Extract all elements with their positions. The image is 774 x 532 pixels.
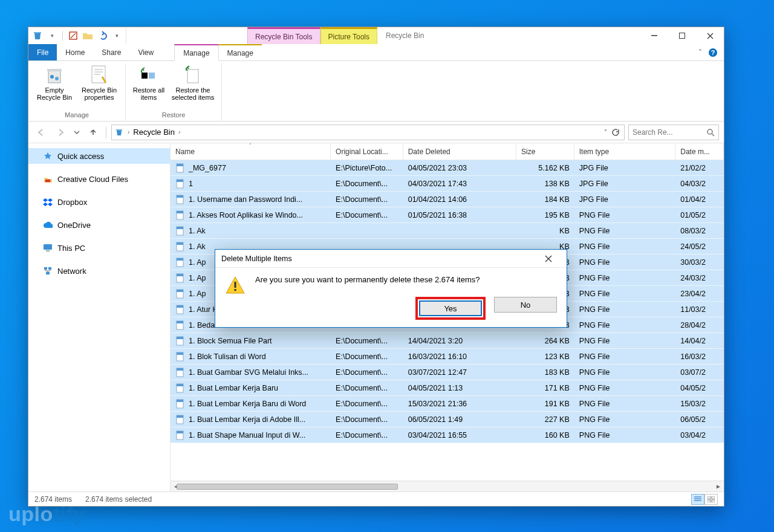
- image-file-icon: [175, 210, 185, 220]
- yes-button-highlight: Yes: [415, 297, 486, 320]
- dialog-title: Delete Multiple Items: [221, 255, 292, 263]
- creative-cloud-icon: [43, 174, 53, 184]
- tab-view[interactable]: View: [129, 44, 162, 60]
- header-date-modified[interactable]: Date m...: [675, 143, 724, 160]
- table-row[interactable]: 1. Akses Root Aplikasi ke Windo...E:\Doc…: [171, 207, 724, 223]
- table-row[interactable]: 1. Buat Lembar Kerja di Adobe Ill...E:\D…: [171, 412, 724, 427]
- nav-this-pc[interactable]: This PC: [28, 240, 170, 256]
- thumbnails-view-button[interactable]: [704, 494, 718, 505]
- tab-home[interactable]: Home: [57, 44, 93, 60]
- empty-recycle-bin-button[interactable]: Empty Recycle Bin: [33, 63, 76, 101]
- table-row[interactable]: 1. Buat Lembar Kerja Baru di WordE:\Docu…: [171, 396, 724, 412]
- undo-icon[interactable]: [97, 30, 108, 41]
- svg-rect-59: [707, 496, 711, 499]
- restore-selected-button[interactable]: Restore the selected items: [169, 63, 216, 101]
- tab-manage-picture[interactable]: Manage: [219, 44, 262, 60]
- properties-icon[interactable]: [68, 30, 79, 41]
- table-row[interactable]: 1E:\Document\...04/03/2021 17:43138 KBJP…: [171, 176, 724, 192]
- recycle-bin-icon[interactable]: [32, 30, 43, 41]
- status-selected-count: 2.674 items selected: [85, 495, 152, 504]
- scroll-right-icon[interactable]: ►: [713, 483, 724, 490]
- original-location: E:\Document\...: [331, 180, 403, 188]
- tab-share[interactable]: Share: [93, 44, 129, 60]
- refresh-icon[interactable]: [611, 128, 619, 137]
- nav-creative-cloud[interactable]: Creative Cloud Files: [28, 171, 170, 187]
- image-file-icon: [175, 383, 185, 393]
- date-deleted: 01/05/2021 16:38: [403, 211, 516, 219]
- context-tab-recyclebin[interactable]: Recycle Bin Tools: [247, 27, 320, 44]
- original-location: E:\Document\...: [331, 431, 403, 440]
- table-row[interactable]: 1. Blok Tulisan di WordE:\Document\...16…: [171, 349, 724, 365]
- collapse-ribbon-icon[interactable]: ˄: [698, 48, 702, 57]
- file-size: KB: [516, 227, 574, 235]
- date-deleted: 04/05/2021 1:13: [403, 384, 516, 392]
- header-date-deleted[interactable]: Date Deleted: [403, 143, 516, 160]
- header-original-location[interactable]: Original Locati...: [331, 143, 403, 160]
- table-row[interactable]: 1. Buat Gambar SVG Melalui Inks...E:\Doc…: [171, 365, 724, 380]
- details-view-button[interactable]: [691, 494, 704, 505]
- image-file-icon: [175, 399, 185, 409]
- search-icon[interactable]: [706, 128, 715, 137]
- tab-manage-recyclebin[interactable]: Manage: [174, 44, 218, 61]
- minimize-button[interactable]: [640, 27, 668, 44]
- table-row[interactable]: 1. AkKBPNG File08/03/2: [171, 223, 724, 239]
- new-folder-icon[interactable]: [82, 30, 93, 41]
- svg-rect-56: [177, 415, 183, 418]
- nav-forward-button[interactable]: [53, 125, 68, 140]
- date-modified: 23/04/2: [675, 290, 724, 298]
- table-row[interactable]: 1. Block Semua File PartE:\Document\...1…: [171, 333, 724, 349]
- tab-file[interactable]: File: [28, 44, 57, 60]
- qat-menu-chevron-icon[interactable]: ▾: [111, 30, 122, 41]
- nav-onedrive[interactable]: OneDrive: [28, 217, 170, 233]
- restore-all-button[interactable]: Restore all items: [131, 63, 167, 101]
- table-row[interactable]: 1. Buat Shape Manual Input di W...E:\Doc…: [171, 427, 724, 443]
- header-size[interactable]: Size: [516, 143, 574, 160]
- original-location: E:\Document\...: [331, 337, 403, 345]
- nav-dropbox[interactable]: Dropbox: [28, 194, 170, 210]
- date-deleted: 04/05/2021 23:03: [403, 164, 516, 172]
- scroll-thumb[interactable]: [177, 484, 398, 490]
- horizontal-scrollbar[interactable]: ◄ ►: [171, 481, 724, 491]
- header-item-type[interactable]: Item type: [574, 143, 675, 160]
- header-name[interactable]: ˄Name: [171, 143, 331, 160]
- nav-back-button[interactable]: [33, 125, 49, 140]
- breadcrumb[interactable]: › Recycle Bin › ˅: [111, 125, 625, 140]
- file-name: 1. Ap: [189, 274, 206, 282]
- context-tab-picture[interactable]: Picture Tools: [320, 27, 377, 44]
- table-row[interactable]: 1. Buat Lembar Kerja BaruE:\Document\...…: [171, 380, 724, 396]
- recycle-bin-properties-button[interactable]: Recycle Bin properties: [78, 63, 120, 101]
- date-deleted: 03/07/2021 12:47: [403, 368, 516, 377]
- address-dropdown-icon[interactable]: ˅: [604, 129, 607, 135]
- nav-up-button[interactable]: [85, 125, 101, 140]
- svg-rect-3: [680, 33, 685, 39]
- breadcrumb-location[interactable]: Recycle Bin: [133, 128, 175, 137]
- nav-quick-access[interactable]: Quick access: [28, 148, 170, 164]
- date-modified: 30/03/2: [675, 258, 724, 267]
- image-file-icon: [175, 415, 185, 424]
- nav-network[interactable]: Network: [28, 263, 170, 279]
- svg-rect-28: [177, 195, 183, 198]
- image-file-icon: [175, 289, 185, 299]
- search-box[interactable]: [628, 125, 719, 140]
- yes-button[interactable]: Yes: [419, 300, 482, 316]
- table-row[interactable]: 1. Username dan Password Indi...E:\Docum…: [171, 192, 724, 207]
- chevron-right-icon[interactable]: ›: [178, 129, 180, 135]
- maximize-button[interactable]: [668, 27, 696, 44]
- close-button[interactable]: [696, 27, 724, 44]
- recent-locations-button[interactable]: [72, 125, 82, 140]
- svg-rect-60: [712, 496, 715, 499]
- item-type: PNG File: [574, 337, 675, 345]
- search-input[interactable]: [633, 128, 703, 137]
- ribbon: Empty Recycle Bin Recycle Bin properties…: [28, 61, 724, 122]
- help-icon[interactable]: ?: [708, 48, 718, 57]
- item-type: PNG File: [574, 384, 675, 392]
- table-row[interactable]: _MG_6977E:\Picture\Foto...04/05/2021 23:…: [171, 160, 724, 176]
- qat-chevron-icon[interactable]: ▾: [47, 30, 57, 41]
- date-modified: 11/03/2: [675, 305, 724, 314]
- no-button[interactable]: No: [494, 297, 557, 313]
- file-name: 1. Ak: [189, 242, 206, 251]
- file-size: 195 KB: [516, 211, 574, 219]
- original-location: E:\Document\...: [331, 384, 403, 392]
- chevron-right-icon[interactable]: ›: [128, 129, 129, 135]
- dialog-close-button[interactable]: [536, 250, 561, 267]
